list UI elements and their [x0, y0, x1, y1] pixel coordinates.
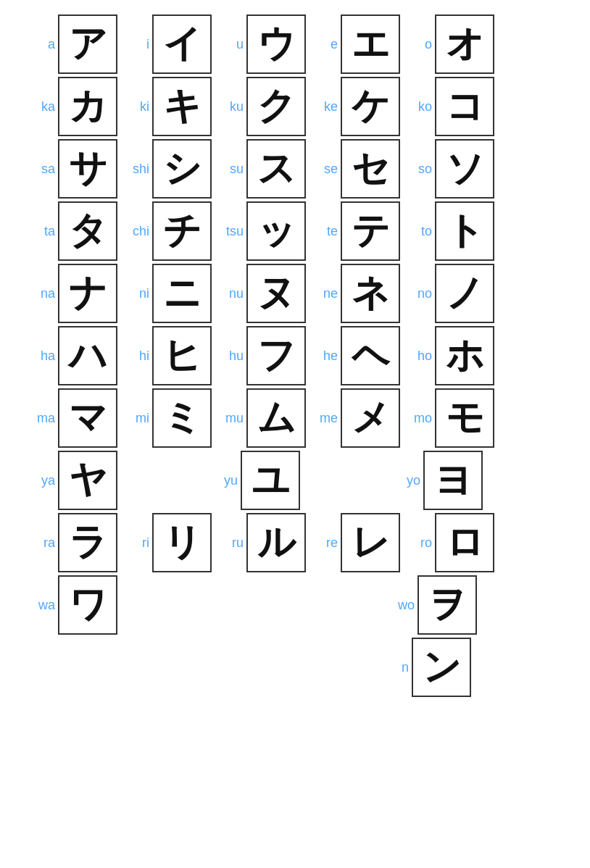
romaji-label: te: [312, 224, 338, 239]
romaji-label: ya: [29, 473, 55, 488]
kana-box: モ: [435, 388, 494, 448]
kana-box: エ: [341, 14, 400, 74]
kana-box: ヲ: [417, 575, 477, 635]
empty-cell: [300, 575, 389, 635]
kana-row-0: aアiイuウeエoオ: [29, 14, 500, 74]
romaji-label: ru: [217, 535, 244, 551]
romaji-label: mu: [217, 411, 244, 426]
kana-box: ノ: [435, 264, 494, 323]
kana-box: セ: [341, 139, 400, 199]
romaji-label: shi: [123, 162, 149, 177]
empty-cell: [123, 451, 212, 510]
romaji-label: ka: [29, 99, 55, 114]
kana-row-5: haハhiヒhuフheヘhoホ: [29, 326, 500, 385]
romaji-label: ma: [29, 411, 55, 426]
kana-row-8: raラriリruルreレroロ: [29, 513, 500, 572]
kana-cell-ka: kaカ: [29, 77, 122, 136]
kana-cell-i: iイ: [123, 14, 216, 74]
empty-cell: [294, 638, 383, 697]
kana-cell-to: toト: [406, 201, 499, 261]
kana-cell-ku: kuク: [217, 77, 310, 136]
kana-row-4: naナniニnuヌneネnoノ: [29, 264, 500, 323]
romaji-label: su: [217, 162, 244, 177]
kana-box: ラ: [58, 513, 117, 572]
kana-cell-n: nン: [383, 638, 475, 697]
kana-cell-ha: haハ: [29, 326, 122, 385]
romaji-label: wa: [29, 598, 55, 613]
romaji-label: wo: [389, 598, 415, 613]
romaji-label: yo: [394, 473, 420, 488]
romaji-label: hu: [217, 349, 244, 364]
kana-cell-mi: miミ: [123, 388, 216, 448]
romaji-label: a: [29, 37, 55, 52]
kana-cell-yu: yuユ: [212, 451, 304, 510]
romaji-label: ri: [123, 535, 149, 551]
kana-box: ウ: [246, 14, 306, 74]
romaji-label: ro: [406, 535, 432, 551]
kana-cell-ra: raラ: [29, 513, 122, 572]
kana-cell-ni: niニ: [123, 264, 216, 323]
empty-cell: [29, 638, 117, 697]
romaji-label: tsu: [217, 224, 244, 239]
kana-box: ヤ: [58, 451, 117, 510]
kana-cell-ya: yaヤ: [29, 451, 122, 510]
kana-cell-yo: yoヨ: [394, 451, 487, 510]
romaji-label: ku: [217, 99, 244, 114]
kana-box: ナ: [58, 264, 117, 323]
kana-cell-ma: maマ: [29, 388, 122, 448]
kana-cell-shi: shiシ: [123, 139, 216, 199]
kana-cell-hu: huフ: [217, 326, 310, 385]
kana-cell-ro: roロ: [406, 513, 499, 572]
kana-cell-u: uウ: [217, 14, 310, 74]
romaji-label: so: [406, 162, 432, 177]
kana-box: ニ: [152, 264, 212, 323]
kana-cell-ke: keケ: [312, 77, 404, 136]
kana-box: コ: [435, 77, 494, 136]
kana-row-1: kaカkiキkuクkeケkoコ: [29, 77, 500, 136]
kana-cell-te: teテ: [312, 201, 404, 261]
kana-row-3: taタchiチtsuッteテtoト: [29, 201, 500, 261]
romaji-label: se: [312, 162, 338, 177]
romaji-label: no: [406, 286, 432, 301]
kana-box: ン: [412, 638, 471, 697]
kana-box: ソ: [435, 139, 494, 199]
romaji-label: mo: [406, 411, 432, 426]
kana-cell-ki: kiキ: [123, 77, 216, 136]
kana-box: タ: [58, 201, 117, 261]
kana-row-2: saサshiシsuスseセsoソ: [29, 139, 500, 199]
kana-cell-ri: riリ: [123, 513, 216, 572]
romaji-label: ni: [123, 286, 149, 301]
kana-cell-wa: waワ: [29, 575, 122, 635]
kana-cell-re: reレ: [312, 513, 404, 572]
romaji-label: ne: [312, 286, 338, 301]
kana-box: ケ: [341, 77, 400, 136]
kana-cell-ko: koコ: [406, 77, 499, 136]
kana-cell-he: heヘ: [312, 326, 404, 385]
kana-box: シ: [152, 139, 212, 199]
romaji-label: u: [217, 37, 244, 52]
romaji-label: me: [312, 411, 338, 426]
romaji-label: nu: [217, 286, 244, 301]
kana-box: キ: [152, 77, 212, 136]
kana-box: サ: [58, 139, 117, 199]
kana-row-9: waワwoヲ: [29, 575, 483, 635]
kana-box: ホ: [435, 326, 494, 385]
kana-box: ネ: [341, 264, 400, 323]
kana-cell-sa: saサ: [29, 139, 122, 199]
romaji-label: chi: [123, 224, 149, 239]
kana-box: フ: [246, 326, 306, 385]
kana-box: イ: [152, 14, 212, 74]
kana-box: ハ: [58, 326, 117, 385]
romaji-label: e: [312, 37, 338, 52]
romaji-label: na: [29, 286, 55, 301]
romaji-label: he: [312, 349, 338, 364]
empty-cell: [306, 451, 394, 510]
kana-box: ッ: [246, 201, 306, 261]
kana-box: ル: [246, 513, 306, 572]
kana-cell-ru: ruル: [217, 513, 310, 572]
kana-box: ロ: [435, 513, 494, 572]
empty-cell: [206, 638, 294, 697]
kana-cell-mu: muム: [217, 388, 310, 448]
romaji-label: ta: [29, 224, 55, 239]
kana-box: ヘ: [341, 326, 400, 385]
